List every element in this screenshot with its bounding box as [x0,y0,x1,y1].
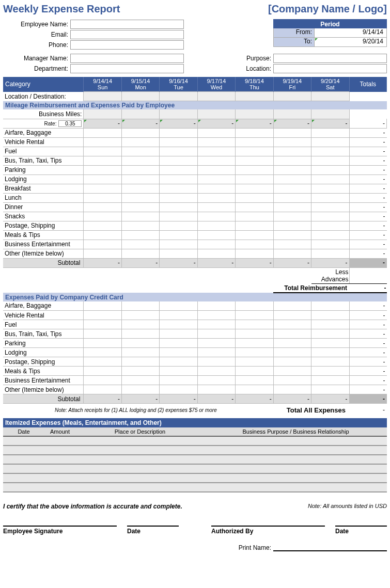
expense-cell[interactable] [84,128,121,137]
expense-cell[interactable] [84,240,121,249]
expense-cell[interactable] [84,249,121,258]
itemized-row[interactable] [3,436,387,446]
itemized-row[interactable] [3,473,387,483]
rate-value[interactable]: 0.35 [58,120,82,127]
expense-cell[interactable] [121,184,159,193]
expense-cell[interactable] [273,174,311,184]
expense-cell[interactable] [121,147,159,156]
expense-cell[interactable] [273,311,311,320]
expense-cell[interactable] [121,367,159,376]
expense-cell[interactable] [311,348,349,357]
expense-cell[interactable] [84,147,121,156]
expense-cell[interactable] [236,311,273,320]
expense-cell[interactable] [311,128,349,137]
expense-cell[interactable] [121,249,159,258]
manager-name-input[interactable] [70,54,184,63]
expense-cell[interactable] [197,240,235,249]
expense-cell[interactable] [197,311,235,320]
expense-cell[interactable] [311,367,349,376]
expense-cell[interactable] [121,165,159,174]
expense-cell[interactable] [84,357,121,367]
expense-cell[interactable] [197,230,235,240]
expense-cell[interactable] [197,165,235,174]
expense-cell[interactable] [236,357,273,367]
expense-cell[interactable] [236,174,273,184]
expense-cell[interactable] [197,357,235,367]
expense-cell[interactable] [197,249,235,258]
expense-cell[interactable] [121,221,159,230]
expense-cell[interactable] [197,174,235,184]
expense-cell[interactable] [311,311,349,320]
expense-cell[interactable] [160,249,197,258]
expense-cell[interactable] [160,329,197,339]
expense-cell[interactable] [160,230,197,240]
expense-cell[interactable] [273,212,311,221]
expense-cell[interactable] [273,367,311,376]
expense-cell[interactable] [160,156,197,165]
expense-cell[interactable] [121,202,159,212]
email-input[interactable] [70,30,184,39]
expense-cell[interactable] [84,212,121,221]
expense-cell[interactable] [273,221,311,230]
expense-cell[interactable] [160,165,197,174]
purpose-input[interactable] [273,54,387,63]
expense-cell[interactable] [236,385,273,394]
expense-cell[interactable] [121,156,159,165]
expense-cell[interactable] [236,348,273,357]
expense-cell[interactable] [84,301,121,311]
expense-cell[interactable] [160,184,197,193]
expense-cell[interactable] [236,240,273,249]
expense-cell[interactable] [84,367,121,376]
expense-cell[interactable] [84,221,121,230]
expense-cell[interactable] [311,230,349,240]
itemized-row[interactable] [3,483,387,492]
expense-cell[interactable] [311,184,349,193]
expense-cell[interactable] [311,165,349,174]
expense-cell[interactable] [236,165,273,174]
expense-cell[interactable] [311,249,349,258]
expense-cell[interactable] [273,184,311,193]
expense-cell[interactable] [197,348,235,357]
expense-cell[interactable] [311,385,349,394]
expense-cell[interactable] [197,156,235,165]
expense-cell[interactable] [273,339,311,348]
expense-cell[interactable] [273,147,311,156]
expense-cell[interactable] [197,147,235,156]
expense-cell[interactable] [311,376,349,385]
period-to-value[interactable]: 9/20/14 [315,38,387,47]
expense-cell[interactable] [273,193,311,202]
expense-cell[interactable] [160,348,197,357]
expense-cell[interactable] [197,339,235,348]
expense-cell[interactable] [160,174,197,184]
expense-cell[interactable] [311,301,349,311]
phone-input[interactable] [70,40,184,50]
expense-cell[interactable] [121,128,159,137]
expense-cell[interactable] [160,147,197,156]
expense-cell[interactable] [160,320,197,329]
expense-cell[interactable] [160,193,197,202]
expense-cell[interactable] [121,339,159,348]
expense-cell[interactable] [236,230,273,240]
expense-cell[interactable] [121,311,159,320]
expense-cell[interactable] [121,193,159,202]
expense-cell[interactable] [121,212,159,221]
expense-cell[interactable] [236,221,273,230]
expense-cell[interactable] [311,147,349,156]
expense-cell[interactable] [160,367,197,376]
expense-cell[interactable] [84,156,121,165]
expense-cell[interactable] [160,357,197,367]
itemized-row[interactable] [3,455,387,464]
expense-cell[interactable] [197,329,235,339]
expense-cell[interactable] [273,249,311,258]
expense-cell[interactable] [160,385,197,394]
expense-cell[interactable] [197,221,235,230]
expense-cell[interactable] [236,156,273,165]
expense-cell[interactable] [273,202,311,212]
expense-cell[interactable] [273,240,311,249]
expense-cell[interactable] [121,301,159,311]
itemized-row[interactable] [3,446,387,455]
expense-cell[interactable] [121,348,159,357]
expense-cell[interactable] [311,339,349,348]
expense-cell[interactable] [273,156,311,165]
expense-cell[interactable] [197,184,235,193]
